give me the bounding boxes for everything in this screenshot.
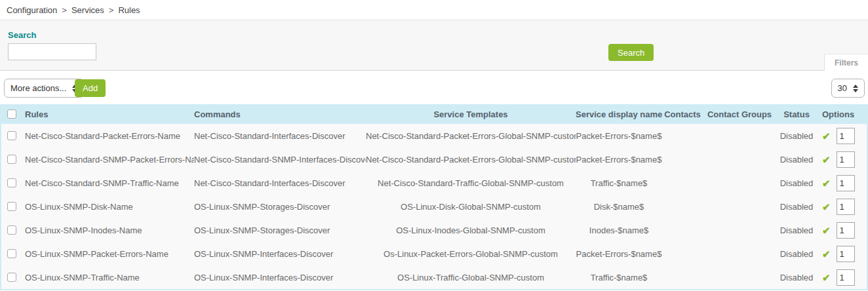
apply-check-icon[interactable]: ✔ (822, 249, 831, 259)
column-header-options: Options (817, 109, 867, 119)
page-size-select[interactable]: 30 (831, 79, 865, 98)
search-panel: Search Search Filters (0, 20, 868, 71)
rule-command: Net-Cisco-Standard-Interfaces-Discover (194, 178, 366, 188)
add-button[interactable]: Add (75, 79, 106, 97)
column-header-status: Status (776, 109, 817, 119)
rule-status: Disabled (776, 178, 817, 188)
apply-check-icon[interactable]: ✔ (822, 273, 831, 282)
rule-status: Disabled (776, 202, 817, 212)
rule-name: OS-Linux-SNMP-Traffic-Name (25, 273, 194, 282)
options-count-input[interactable] (837, 269, 855, 286)
column-header-rules: Rules (25, 109, 194, 119)
rule-service-template: OS-Linux-Inodes-Global-SNMP-custom (366, 225, 576, 235)
options-count-input[interactable] (837, 128, 855, 144)
rule-service-template: Net-Cisco-Standard-Traffic-Global-SNMP-c… (366, 178, 576, 188)
rule-service-template: OS-Linux-Disk-Global-SNMP-custom (366, 202, 576, 212)
row-checkbox[interactable] (7, 202, 16, 211)
table-row: Net-Cisco-Standard-SNMP-Traffic-Name Net… (1, 171, 867, 195)
rule-status: Disabled (776, 131, 817, 141)
rule-name: Net-Cisco-Standard-SNMP-Traffic-Name (25, 178, 194, 188)
row-checkbox[interactable] (7, 155, 16, 164)
search-input[interactable] (8, 43, 96, 60)
rule-command: OS-Linux-SNMP-Storages-Discover (194, 225, 366, 235)
rule-status: Disabled (776, 249, 817, 259)
rule-display-name: Packet-Errors-$name$ (576, 155, 662, 165)
table-row: OS-Linux-SNMP-Inodes-Name OS-Linux-SNMP-… (1, 218, 867, 242)
apply-check-icon[interactable]: ✔ (822, 178, 831, 188)
column-header-service-templates: Service Templates (366, 109, 576, 119)
page-size-value: 30 (838, 83, 847, 93)
breadcrumb-item-rules[interactable]: Rules (118, 5, 140, 15)
table-row: OS-Linux-SNMP-Packet-Errors-Name OS-Linu… (1, 242, 867, 265)
rule-display-name: Traffic-$name$ (576, 178, 662, 188)
column-header-service-display-name: Service display name (576, 109, 662, 119)
rule-command: OS-Linux-SNMP-Interfaces-Discover (194, 273, 366, 282)
select-all-checkbox[interactable] (7, 109, 16, 119)
table-row: Net-Cisco-Standard-SNMP-Packet-Errors-Na… (1, 147, 867, 171)
select-arrows-icon (853, 85, 858, 92)
row-checkbox[interactable] (7, 225, 16, 235)
toolbar: More actions... Add 30 (0, 71, 868, 104)
table-row: OS-Linux-SNMP-Disk-Name OS-Linux-SNMP-St… (1, 195, 867, 218)
breadcrumb-separator: > (62, 5, 67, 15)
breadcrumb: Configuration > Services > Rules (0, 0, 868, 20)
rule-command: OS-Linux-SNMP-Interfaces-Discover (194, 249, 366, 259)
table-row: Net-Cisco-Standard-Packet-Errors-Name Ne… (1, 124, 867, 147)
rule-name: OS-Linux-SNMP-Packet-Errors-Name (25, 249, 194, 259)
column-header-contact-groups: Contact Groups (703, 109, 776, 119)
table-header: Rules Commands Service Templates Service… (1, 104, 867, 124)
row-checkbox[interactable] (7, 131, 16, 140)
row-checkbox[interactable] (7, 178, 16, 187)
rule-command: Net-Cisco-Standard-SNMP-Interfaces-Disco… (194, 155, 366, 165)
column-header-commands: Commands (194, 109, 366, 119)
column-header-contacts: Contacts (662, 109, 703, 119)
rule-service-template: OS-Linux-Traffic-Global-SNMP-custom (366, 273, 576, 282)
search-label: Search (8, 30, 36, 40)
rule-status: Disabled (776, 225, 817, 235)
rule-service-template: Net-Cisco-Standard-Packet-Errors-Global-… (366, 155, 576, 165)
rule-status: Disabled (776, 155, 817, 165)
breadcrumb-item-services[interactable]: Services (71, 5, 104, 15)
rule-display-name: Inodes-$name$ (576, 225, 662, 235)
row-checkbox[interactable] (7, 273, 16, 282)
rule-command: Net-Cisco-Standard-Interfaces-Discover (194, 131, 366, 141)
apply-check-icon[interactable]: ✔ (822, 131, 831, 141)
rule-service-template: Os-Linux-Packet-Errors-Global-SNMP-custo… (366, 249, 576, 259)
row-checkbox[interactable] (7, 249, 16, 258)
rule-display-name: Disk-$name$ (576, 202, 662, 212)
options-count-input[interactable] (837, 151, 855, 168)
apply-check-icon[interactable]: ✔ (822, 225, 831, 235)
options-count-input[interactable] (837, 199, 855, 215)
options-count-input[interactable] (837, 246, 855, 262)
breadcrumb-separator: > (109, 5, 114, 15)
apply-check-icon[interactable]: ✔ (822, 155, 831, 165)
breadcrumb-item-configuration[interactable]: Configuration (7, 5, 57, 15)
more-actions-select[interactable]: More actions... (4, 79, 84, 98)
rule-command: OS-Linux-SNMP-Storages-Discover (194, 202, 366, 212)
rules-table: Rules Commands Service Templates Service… (0, 104, 868, 290)
rule-display-name: Traffic-$name$ (576, 273, 662, 282)
table-row: OS-Linux-SNMP-Traffic-Name OS-Linux-SNMP… (1, 265, 867, 289)
rule-name: OS-Linux-SNMP-Inodes-Name (25, 225, 194, 235)
rule-display-name: Packet-Errors-$name$ (576, 249, 662, 259)
rule-display-name: Packet-Errors-$name$ (576, 131, 662, 141)
more-actions-label: More actions... (10, 83, 66, 93)
rule-name: Net-Cisco-Standard-Packet-Errors-Name (25, 131, 194, 141)
rule-name: Net-Cisco-Standard-SNMP-Packet-Errors-Na… (25, 155, 194, 165)
rule-name: OS-Linux-SNMP-Disk-Name (25, 202, 194, 212)
options-count-input[interactable] (837, 222, 855, 239)
apply-check-icon[interactable]: ✔ (822, 202, 831, 212)
search-button[interactable]: Search (608, 44, 654, 61)
rule-status: Disabled (776, 273, 817, 282)
filters-toggle[interactable]: Filters (824, 54, 868, 71)
options-count-input[interactable] (837, 175, 855, 191)
rule-service-template: Net-Cisco-Standard-Packet-Errors-Global-… (366, 131, 576, 141)
